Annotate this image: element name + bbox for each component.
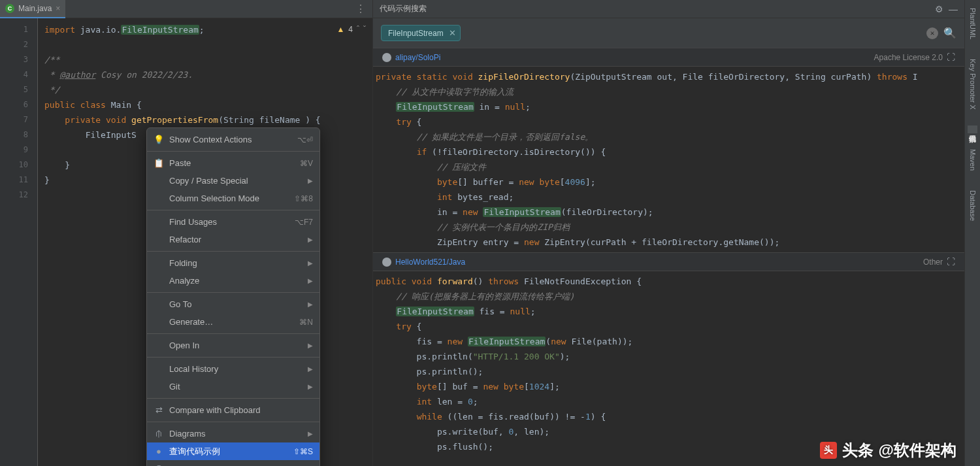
warning-icon: ▲ (336, 22, 344, 37)
code-search-panel: 代码示例搜索 ⚙ — FileInputStream ✕ ✕ 🔍 alipay/… (372, 0, 964, 466)
license-label: Other (923, 258, 943, 267)
side-tool-button[interactable]: Maven (969, 145, 977, 175)
menu-item-shortcut: ⌥F7 (295, 218, 313, 227)
editor-panel: C Main.java × ⋮ 1 2 3 4 5 6 7 8 9 10 11 … (0, 0, 372, 466)
context-menu-item[interactable]: ●查询代码示例⇧⌘S (147, 442, 319, 460)
menu-item-shortcut: ⇧⌘8 (294, 194, 313, 203)
repo-link[interactable]: alipay/SoloPi (395, 53, 440, 62)
menu-item-label: 查询代码示例 (169, 446, 288, 458)
context-menu-item[interactable]: Local History▶ (147, 360, 319, 378)
context-menu-item[interactable]: Analyze▶ (147, 272, 319, 290)
context-menu-item[interactable]: Generate…⌘N (147, 313, 319, 331)
minimize-icon[interactable]: — (949, 4, 958, 14)
search-icon[interactable]: 🔍 (943, 27, 956, 39)
github-icon (382, 258, 391, 267)
tab-main-java[interactable]: C Main.java × (0, 0, 65, 18)
tab-filename: Main.java (18, 4, 52, 13)
context-menu-item[interactable]: ◯Create Gist… (147, 460, 319, 466)
context-menu-item[interactable]: Git▶ (147, 378, 319, 395)
menu-item-label: Paste (169, 158, 295, 168)
menu-item-icon: ⇄ (154, 405, 164, 415)
menu-item-label: Refactor (169, 235, 302, 244)
menu-item-icon: ⫛ (154, 429, 164, 439)
chevron-right-icon: ▶ (308, 342, 313, 349)
result-block: alipay/SoloPi Apache License 2.0 ⛶ priva… (373, 48, 964, 252)
chevron-right-icon: ▶ (308, 277, 313, 284)
result-header: HelloWorld521/Java Other ⛶ (373, 252, 964, 271)
context-menu-item[interactable]: Go To▶ (147, 295, 319, 313)
editor-context-menu: 💡Show Context Actions⌥⏎📋Paste⌘VCopy / Pa… (146, 127, 320, 466)
clear-search-icon[interactable]: ✕ (926, 27, 938, 39)
search-bar: FileInputStream ✕ ✕ 🔍 (373, 18, 964, 48)
menu-item-label: Folding (169, 258, 302, 268)
menu-item-shortcut: ⇧⌘S (293, 447, 313, 456)
side-tool-button[interactable]: 代码示例搜索 (968, 125, 977, 133)
panel-title: 代码示例搜索 (380, 3, 427, 14)
menu-item-label: Diagrams (169, 429, 302, 439)
chevron-up-icon[interactable]: ˆ (357, 22, 359, 37)
chevron-right-icon: ▶ (308, 383, 313, 390)
panel-header: 代码示例搜索 ⚙ — (373, 0, 964, 18)
github-icon (382, 53, 391, 62)
results-list: alipay/SoloPi Apache License 2.0 ⛶ priva… (373, 48, 964, 466)
side-tool-button[interactable]: PlantUML (969, 4, 977, 43)
menu-item-label: Generate… (169, 317, 294, 327)
license-label: Apache License 2.0 (874, 53, 943, 62)
context-menu-item[interactable]: Open In▶ (147, 337, 319, 354)
context-menu-item[interactable]: Refactor▶ (147, 231, 319, 248)
menu-item-label: Compare with Clipboard (169, 405, 313, 415)
tab-options-icon[interactable]: ⋮ (349, 3, 372, 15)
chevron-right-icon: ▶ (308, 430, 313, 437)
menu-item-icon: ● (154, 446, 164, 456)
chip-label: FileInputStream (388, 29, 444, 38)
chevron-right-icon: ▶ (308, 259, 313, 267)
context-menu-item[interactable]: ⫛Diagrams▶ (147, 425, 319, 442)
menu-item-shortcut: ⌥⏎ (297, 135, 313, 144)
menu-item-icon: 📋 (154, 158, 164, 168)
expand-icon[interactable]: ⛶ (947, 52, 955, 62)
menu-item-icon: 💡 (154, 135, 164, 144)
chevron-right-icon: ▶ (308, 365, 313, 373)
menu-item-label: Show Context Actions (169, 135, 292, 144)
menu-item-label: Analyze (169, 276, 302, 286)
menu-item-label: Local History (169, 364, 302, 374)
chevron-right-icon: ▶ (308, 301, 313, 308)
close-icon[interactable]: × (56, 4, 60, 13)
menu-item-label: Open In (169, 341, 302, 350)
result-code[interactable]: public void forward() throws FileNotFoun… (373, 271, 964, 457)
editor-tabs-bar: C Main.java × ⋮ (0, 0, 372, 18)
context-menu-item[interactable]: Copy / Paste Special▶ (147, 172, 319, 190)
search-chip[interactable]: FileInputStream ✕ (381, 25, 461, 41)
context-menu-item[interactable]: ⇄Compare with Clipboard (147, 401, 319, 419)
side-tool-button[interactable]: Database (969, 186, 977, 225)
chevron-down-icon[interactable]: ˇ (363, 22, 366, 37)
context-menu-item[interactable]: 💡Show Context Actions⌥⏎ (147, 131, 319, 148)
gear-icon[interactable]: ⚙ (935, 4, 943, 14)
context-menu-item[interactable]: Folding▶ (147, 254, 319, 272)
menu-item-label: Go To (169, 299, 302, 309)
chip-remove-icon[interactable]: ✕ (449, 28, 456, 38)
context-menu-item[interactable]: Find Usages⌥F7 (147, 213, 319, 231)
menu-item-shortcut: ⌘V (300, 159, 313, 168)
result-code[interactable]: private static void zipFileOrDirectory(Z… (373, 67, 964, 252)
context-menu-item[interactable]: 📋Paste⌘V (147, 154, 319, 172)
menu-item-label: Git (169, 382, 302, 391)
chevron-right-icon: ▶ (308, 177, 313, 184)
result-block: HelloWorld521/Java Other ⛶ public void f… (373, 252, 964, 457)
menu-item-label: Column Selection Mode (169, 193, 289, 203)
side-tool-button[interactable]: Key Promoter X (969, 55, 977, 114)
line-number-gutter: 1 2 3 4 5 6 7 8 9 10 11 12 (0, 18, 38, 466)
right-tool-strip: PlantUMLKey Promoter X代码示例搜索MavenDatabas… (964, 0, 980, 466)
repo-link[interactable]: HelloWorld521/Java (395, 258, 465, 267)
result-header: alipay/SoloPi Apache License 2.0 ⛶ (373, 48, 964, 67)
menu-item-shortcut: ⌘N (299, 318, 313, 327)
expand-icon[interactable]: ⛶ (947, 257, 955, 267)
menu-item-label: Find Usages (169, 217, 289, 227)
problems-indicator[interactable]: ▲ 4 ˆ ˇ (336, 22, 366, 37)
chevron-right-icon: ▶ (308, 236, 313, 243)
warning-count: 4 (348, 22, 353, 37)
context-menu-item[interactable]: Column Selection Mode⇧⌘8 (147, 190, 319, 207)
java-class-icon: C (5, 4, 14, 13)
menu-item-label: Copy / Paste Special (169, 176, 302, 186)
